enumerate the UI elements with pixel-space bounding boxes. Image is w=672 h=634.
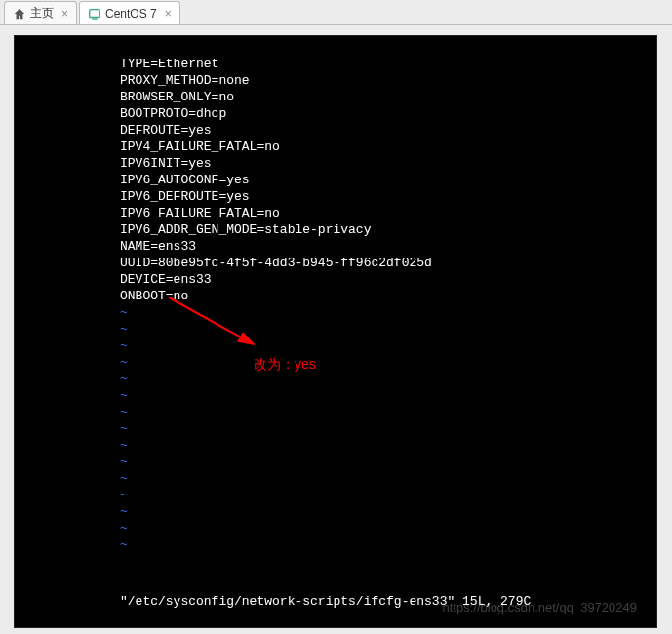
vm-icon: [88, 7, 101, 20]
config-line: BROWSER_ONLY=no: [15, 89, 656, 105]
config-line: BOOTPROTO=dhcp: [15, 105, 656, 122]
vi-tilde-line: ~: [15, 404, 656, 420]
vi-tilde-line: ~: [15, 371, 656, 387]
vi-tilde-line: ~: [15, 337, 656, 354]
tilde-filler: ~~~~~~~~~~~~~~~: [15, 304, 656, 553]
vi-status-line: "/etc/sysconfig/network-scripts/ifcfg-en…: [15, 593, 656, 610]
vi-tilde-line: ~: [15, 487, 656, 503]
tab-label: CentOS 7: [105, 7, 157, 20]
vi-tilde-line: ~: [15, 454, 656, 470]
vi-tilde-line: ~: [15, 520, 656, 536]
config-line: IPV6_FAILURE_FATAL=no: [15, 205, 656, 221]
vi-tilde-line: ~: [15, 420, 656, 437]
tab-label: 主页: [30, 5, 54, 21]
config-line: ONBOOT=no: [15, 288, 656, 304]
config-content: TYPE=EthernetPROXY_METHOD=noneBROWSER_ON…: [15, 56, 656, 304]
vi-tilde-line: ~: [15, 536, 656, 553]
tab-home[interactable]: 主页 ×: [4, 1, 77, 24]
config-line: DEFROUTE=yes: [15, 122, 656, 139]
vi-tilde-line: ~: [15, 503, 656, 520]
vi-tilde-line: ~: [15, 321, 656, 337]
annotation-text: 改为：yes: [254, 356, 316, 373]
tab-centos[interactable]: CentOS 7 ×: [79, 1, 180, 24]
config-line: DEVICE=ens33: [15, 271, 656, 288]
vi-tilde-line: ~: [15, 437, 656, 454]
config-line: TYPE=Ethernet: [15, 56, 656, 72]
close-icon[interactable]: ×: [59, 7, 70, 20]
terminal-screen[interactable]: TYPE=EthernetPROXY_METHOD=noneBROWSER_ON…: [14, 35, 657, 628]
vi-tilde-line: ~: [15, 387, 656, 404]
config-line: UUID=80be95fc-4f5f-4dd3-b945-ff96c2df025…: [15, 255, 656, 271]
home-icon: [13, 7, 26, 20]
svg-rect-1: [92, 18, 97, 19]
vi-tilde-line: ~: [15, 470, 656, 487]
tab-bar: 主页 × CentOS 7 ×: [0, 0, 672, 25]
svg-rect-0: [90, 9, 100, 17]
config-line: IPV6_ADDR_GEN_MODE=stable-privacy: [15, 221, 656, 238]
config-line: IPV6INIT=yes: [15, 155, 656, 172]
config-line: IPV6_AUTOCONF=yes: [15, 172, 656, 188]
vi-tilde-line: ~: [15, 304, 656, 321]
close-icon[interactable]: ×: [163, 7, 174, 20]
config-line: PROXY_METHOD=none: [15, 72, 656, 89]
config-line: NAME=ens33: [15, 238, 656, 255]
config-line: IPV6_DEFROUTE=yes: [15, 188, 656, 205]
config-line: IPV4_FAILURE_FATAL=no: [15, 139, 656, 155]
vi-tilde-line: ~: [15, 354, 656, 371]
